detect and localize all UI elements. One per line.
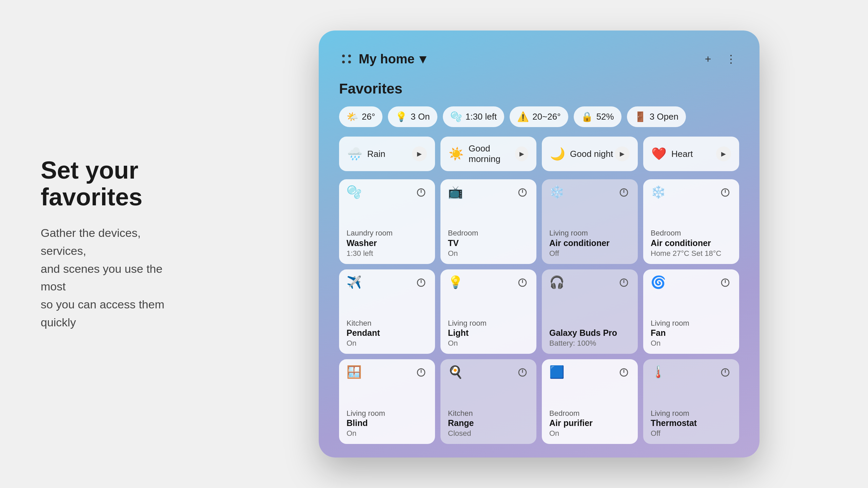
app-content: My home ▾ + ⋮ Favorites 🌤️ 26° 💡 3 On: [319, 30, 760, 458]
scene-card-heart[interactable]: ❤️ Heart ▶: [643, 137, 739, 171]
light-icon: 💡: [448, 276, 463, 288]
pendant-name: Pendant: [347, 328, 428, 338]
living-ac-icon: ❄️: [549, 186, 565, 198]
purifier-status: On: [549, 429, 630, 438]
device-card-living-ac[interactable]: ❄️ Living room Air conditioner Off: [542, 179, 638, 264]
purifier-name: Air purifier: [549, 418, 630, 428]
buds-card-top: 🎧: [549, 276, 630, 289]
chip-lights[interactable]: 💡 3 On: [388, 106, 437, 127]
bedroom-ac-power-btn[interactable]: [719, 186, 732, 199]
blind-power-btn[interactable]: [415, 366, 428, 379]
buds-power-btn[interactable]: [617, 276, 630, 289]
fan-status: On: [651, 339, 732, 348]
device-card-thermostat[interactable]: 🌡️ Living room Thermostat Off: [643, 359, 739, 444]
thermostat-status: Off: [651, 429, 732, 438]
fan-room: Living room: [651, 319, 732, 328]
pendant-icon: ✈️: [347, 276, 362, 288]
light-room: Living room: [448, 319, 529, 328]
blind-icon: 🪟: [347, 366, 362, 378]
chip-temp-label: 20~26°: [532, 111, 560, 122]
blind-room: Living room: [347, 409, 428, 418]
fan-icon: 🌀: [651, 276, 666, 288]
light-info: Living room Light On: [448, 319, 529, 348]
home-icon: [339, 52, 354, 66]
more-button[interactable]: ⋮: [723, 51, 739, 67]
doors-icon: 🚪: [634, 111, 646, 122]
purifier-room: Bedroom: [549, 409, 630, 418]
thermostat-name: Thermostat: [651, 418, 732, 428]
blind-card-top: 🪟: [347, 366, 428, 379]
home-title-group[interactable]: My home ▾: [339, 52, 426, 66]
add-button[interactable]: +: [700, 51, 716, 67]
device-card-blind[interactable]: 🪟 Living room Blind On: [339, 359, 435, 444]
fan-name: Fan: [651, 328, 732, 338]
chip-washer[interactable]: 🫧 1:30 left: [443, 106, 505, 127]
washer-icon: 🫧: [450, 111, 462, 122]
chip-weather[interactable]: 🌤️ 26°: [339, 106, 382, 127]
range-card-top: 🍳: [448, 366, 529, 379]
chip-security[interactable]: 🔒 52%: [574, 106, 622, 127]
washer-room: Laundry room: [347, 229, 428, 238]
blind-status: On: [347, 429, 428, 438]
thermostat-info: Living room Thermostat Off: [651, 409, 732, 438]
rain-icon: 🌧️: [347, 147, 362, 161]
washer-power-btn[interactable]: [415, 186, 428, 199]
scenes-row: 🌧️ Rain ▶ ☀️ Good morning ▶ 🌙 Good nig: [339, 137, 739, 171]
main-description: Gather the devices, services,and scenes …: [41, 224, 183, 331]
tv-room: Bedroom: [448, 229, 529, 238]
thermostat-power-btn[interactable]: [719, 366, 732, 379]
device-card-light[interactable]: 💡 Living room Light On: [440, 269, 536, 354]
night-play-btn[interactable]: ▶: [615, 146, 630, 161]
purifier-power-btn[interactable]: [617, 366, 630, 379]
device-card-purifier[interactable]: 🟦 Bedroom Air purifier On: [542, 359, 638, 444]
scene-card-rain[interactable]: 🌧️ Rain ▶: [339, 137, 435, 171]
weather-icon: 🌤️: [347, 111, 358, 122]
fan-power-btn[interactable]: [719, 276, 732, 289]
light-name: Light: [448, 328, 529, 338]
light-power-btn[interactable]: [516, 276, 529, 289]
device-card-fan[interactable]: 🌀 Living room Fan On: [643, 269, 739, 354]
left-panel: Set your favorites Gather the devices, s…: [0, 130, 210, 359]
living-ac-name: Air conditioner: [549, 238, 630, 248]
washer-card-top: 🫧: [347, 186, 428, 199]
range-room: Kitchen: [448, 409, 529, 418]
tv-status: On: [448, 249, 529, 258]
living-ac-card-top: ❄️: [549, 186, 630, 199]
washer-name: Washer: [347, 238, 428, 248]
device-card-washer[interactable]: 🫧 Laundry room Washer 1:30 left: [339, 179, 435, 264]
chip-doors[interactable]: 🚪 3 Open: [627, 106, 686, 127]
svg-point-2: [342, 61, 345, 63]
chip-temp[interactable]: ⚠️ 20~26°: [510, 106, 568, 127]
chip-lights-label: 3 On: [411, 111, 430, 122]
tv-power-btn[interactable]: [516, 186, 529, 199]
device-card-tv[interactable]: 📺 Bedroom TV On: [440, 179, 536, 264]
device-card-bedroom-ac[interactable]: ❄️ Bedroom Air conditioner Home 27°C Set…: [643, 179, 739, 264]
chip-washer-label: 1:30 left: [466, 111, 497, 122]
device-card-range[interactable]: 🍳 Kitchen Range Closed: [440, 359, 536, 444]
living-ac-power-btn[interactable]: [617, 186, 630, 199]
main-heading: Set your favorites: [41, 157, 183, 210]
scene-card-morning[interactable]: ☀️ Good morning ▶: [440, 137, 536, 171]
device-card-buds[interactable]: 🎧 Galaxy Buds Pro Battery: 100%: [542, 269, 638, 354]
heart-play-btn[interactable]: ▶: [716, 146, 731, 161]
scene-name-heart: Heart: [671, 149, 693, 159]
bedroom-ac-status: Home 27°C Set 18°C: [651, 249, 732, 258]
bedroom-ac-room: Bedroom: [651, 229, 732, 238]
morning-play-btn[interactable]: ▶: [515, 146, 528, 161]
tv-device-icon: 📺: [448, 186, 463, 198]
purifier-info: Bedroom Air purifier On: [549, 409, 630, 438]
chip-weather-label: 26°: [362, 111, 375, 122]
range-power-btn[interactable]: [516, 366, 529, 379]
thermostat-room: Living room: [651, 409, 732, 418]
thermostat-card-top: 🌡️: [651, 366, 732, 379]
scene-card-night[interactable]: 🌙 Good night ▶: [542, 137, 638, 171]
fan-info: Living room Fan On: [651, 319, 732, 348]
home-name: My home: [359, 52, 415, 66]
buds-icon: 🎧: [549, 276, 565, 288]
app-header: My home ▾ + ⋮: [339, 51, 739, 67]
rain-play-btn[interactable]: ▶: [412, 146, 427, 161]
scene-name-rain: Rain: [367, 149, 385, 159]
pendant-power-btn[interactable]: [415, 276, 428, 289]
morning-icon: ☀️: [449, 147, 464, 161]
device-card-pendant[interactable]: ✈️ Kitchen Pendant On: [339, 269, 435, 354]
